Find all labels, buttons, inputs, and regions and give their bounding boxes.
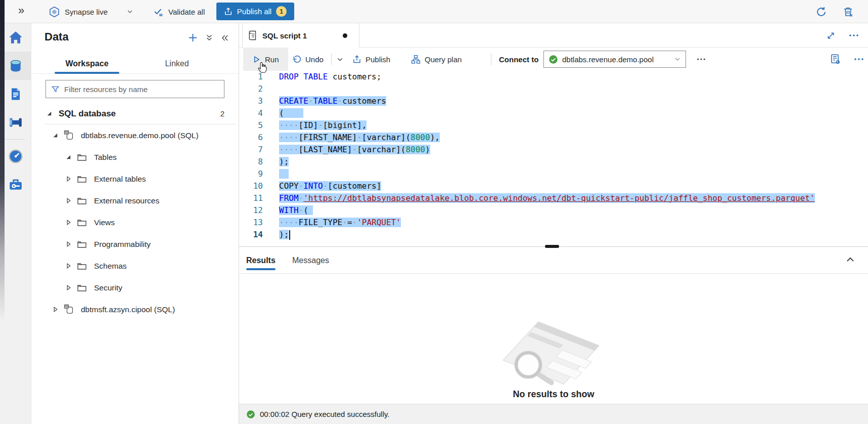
tab-results[interactable]: Results [246,247,276,274]
code-line-14: 14); [239,229,868,241]
tab-workspace[interactable]: Workspace [52,54,122,74]
sql-code-editor[interactable]: 1DROP TABLE customers;23CREATE·TABLE·cus… [239,71,868,246]
tab-linked[interactable]: Linked [152,54,202,74]
expand-panel-chevrons[interactable]: » [18,4,24,17]
code-line-4: 4( [239,107,868,119]
upload-icon [224,7,233,16]
refresh-icon[interactable] [813,4,829,20]
tree-item-views[interactable]: Views [31,211,239,233]
editor-toolbar: Run Undo Publish Query plan Connect to d… [239,48,868,71]
more-dots-icon[interactable] [849,33,859,37]
status-text: 00:00:02 Query executed successfully. [260,410,390,418]
line-number: 13 [239,217,263,229]
expand-icon[interactable] [826,31,836,40]
chevron-up-icon[interactable] [845,254,856,265]
tree-item-label: Tables [94,153,117,162]
double-chevron-down-icon[interactable] [205,33,214,43]
tree-item-schemas[interactable]: Schemas [31,255,239,277]
tree-item-label: External resources [94,196,159,205]
tree-item-dbtmsft-azsyn-cipool-sql[interactable]: dbtmsft.azsyn.cipool (SQL) [31,299,239,320]
chevron-down-icon [674,56,681,63]
line-number: 14 [239,229,263,241]
tree-item-programmability[interactable]: Programmability [31,233,239,255]
tree-item-external-tables[interactable]: External tables [31,168,239,190]
tree-item-security[interactable]: Security [31,277,239,299]
collapse-left-icon[interactable] [220,33,230,43]
tree-expanded-icon[interactable] [65,153,77,161]
undo-button[interactable]: Undo [292,48,324,71]
line-number: 7 [239,144,263,156]
sql-script-icon [248,30,258,41]
tree-item-external-resources[interactable]: External resources [31,190,239,211]
run-options-chevron[interactable] [336,48,344,71]
filter-resources-input[interactable] [64,85,219,94]
toolbar-overflow-dots-icon[interactable] [854,48,864,71]
rail-item-monitor[interactable] [0,142,31,171]
filter-box [45,80,224,98]
add-icon[interactable] [188,32,198,43]
results-tabbar: Results Messages [239,247,868,274]
properties-icon[interactable] [830,48,841,71]
folder-icon [77,196,93,205]
folder-icon [77,153,93,162]
validate-all-button[interactable]: Validate all [153,0,205,23]
validate-check-icon [153,7,164,17]
rail-item-integrate[interactable] [0,108,31,137]
tree-item-label: Views [94,218,115,227]
rail-item-develop[interactable] [0,80,31,108]
sql-pool-icon [64,304,80,315]
query-status-bar: 00:00:02 Query executed successfully. [239,404,868,424]
left-rail [0,23,31,424]
data-panel: Data Workspace Linked SQL database2dbtla… [31,23,239,424]
tree-collapsed-icon[interactable] [65,197,77,204]
tree-item-tables[interactable]: Tables [31,146,239,168]
run-icon [252,55,261,64]
data-panel-tabs: Workspace Linked [31,54,239,74]
chevron-down-icon [336,56,344,63]
toolbar-more-dots-icon[interactable] [697,48,706,71]
top-command-bar: » Synapse live Validate all Publish all … [0,0,868,23]
tab-messages[interactable]: Messages [292,247,329,274]
tree-item-label: dbtlabs.revenue.demo.pool (SQL) [81,131,199,140]
run-button[interactable]: Run [243,48,288,71]
rail-item-manage[interactable] [0,171,31,199]
pool-select-dropdown[interactable]: dbtlabs.revenue.demo.pool [543,51,686,68]
tree-item-dbtlabs-revenue-demo-pool-sql[interactable]: dbtlabs.revenue.demo.pool (SQL) [31,124,239,146]
tree-collapsed-icon[interactable] [52,306,64,313]
line-number: 10 [239,180,263,192]
tree-expanded-icon[interactable] [45,110,58,117]
text-caret [289,230,290,240]
line-number: 11 [239,192,263,204]
trash-icon[interactable] [840,4,856,20]
tree-collapsed-icon[interactable] [65,219,77,226]
tree-item-label: dbtmsft.azsyn.cipool (SQL) [81,305,175,314]
line-number: 5 [239,119,263,132]
query-plan-icon [411,55,421,64]
publish-all-button[interactable]: Publish all 1 [216,3,294,20]
tree-collapsed-icon[interactable] [65,240,77,248]
tree-collapsed-icon[interactable] [65,175,77,183]
data-icon [8,58,23,73]
rail-item-home[interactable] [0,23,31,52]
code-line-2: 2 [239,83,868,95]
mode-selector[interactable]: Synapse live [49,0,133,23]
folder-icon [77,262,93,271]
query-plan-button[interactable]: Query plan [411,48,462,71]
tree-expanded-icon[interactable] [52,132,64,139]
tab-sql-script-1[interactable]: SQL script 1 [242,23,359,48]
splitter-drag-handle[interactable] [545,245,559,248]
no-results-title: No results to show [239,389,868,400]
manage-icon [8,177,23,192]
line-number: 1 [239,71,263,83]
code-line-5: 5····[ID]·[bigint], [239,119,868,132]
tree-item-sql-database[interactable]: SQL database2 [31,103,239,124]
sql-editor-region: SQL script 1 Run Undo Publish Query plan [239,23,868,424]
rail-item-data[interactable] [0,52,31,80]
tree-collapsed-icon[interactable] [65,284,77,291]
publish-button[interactable]: Publish [352,48,390,71]
code-line-3: 3CREATE·TABLE·customers [239,95,868,107]
code-line-6: 6····[FIRST_NAME]·[varchar](8000), [239,132,868,144]
tree-collapsed-icon[interactable] [65,262,77,270]
tree-item-label: Programmability [94,240,151,249]
green-check-icon [549,55,558,64]
